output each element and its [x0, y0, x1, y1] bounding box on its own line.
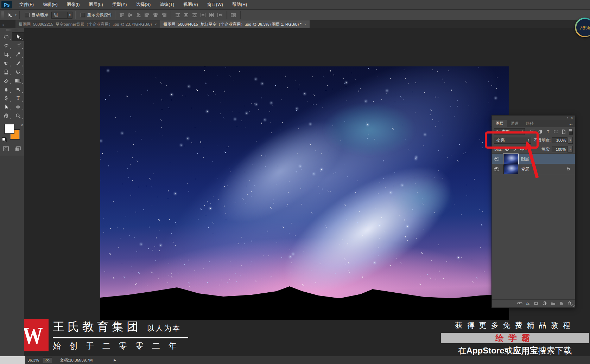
menu-view[interactable]: 视图(V)	[179, 0, 203, 9]
auto-select-checkbox[interactable]	[25, 13, 30, 17]
tool-zoom[interactable]	[12, 111, 24, 120]
tool-magic-wand[interactable]	[12, 41, 24, 50]
tool-type[interactable]: T	[12, 94, 24, 103]
distribute-horizontal-centers-icon[interactable]	[208, 12, 215, 19]
foreground-color-swatch[interactable]	[4, 124, 14, 134]
status-expand-icon[interactable]: ▶	[114, 358, 116, 362]
tool-move[interactable]	[12, 32, 24, 41]
collapse-panel-icon[interactable]: «	[567, 116, 568, 119]
distribute-vertical-centers-icon[interactable]	[182, 12, 190, 19]
filtering-toggle[interactable]	[569, 129, 573, 135]
visibility-cell[interactable]	[492, 164, 501, 174]
swap-colors-icon[interactable]: ⇄	[20, 123, 23, 126]
panel-resize-grip[interactable]	[571, 304, 575, 307]
layer-name[interactable]: 图层 1	[521, 156, 532, 162]
tab-layers[interactable]: 图层	[492, 120, 507, 127]
screen-mode-icon[interactable]	[15, 146, 21, 153]
tool-eraser[interactable]	[0, 76, 12, 85]
tool-spot-healing-brush[interactable]	[0, 59, 12, 67]
tool-lasso[interactable]	[0, 41, 12, 50]
menu-file[interactable]: 文件(F)	[15, 0, 38, 9]
document-tab-2[interactable]: 摄图网_500644615_梦幻星空（非企业商用）.jpg @ 36.3% (图…	[160, 20, 309, 28]
opacity-dropdown-icon[interactable]: ▼	[568, 137, 573, 144]
panel-menu-icon[interactable]: ▾≡	[569, 123, 575, 127]
add-mask-icon[interactable]	[533, 301, 539, 306]
layer1-thumbnail[interactable]	[503, 154, 518, 164]
tool-pen[interactable]	[0, 94, 12, 103]
tool-dodge[interactable]	[12, 85, 24, 94]
tool-gradient[interactable]	[12, 76, 24, 85]
lock-position-icon[interactable]	[519, 147, 525, 152]
align-bottom-edges-icon[interactable]	[135, 12, 142, 19]
layer-name[interactable]: 背景	[521, 167, 529, 172]
auto-align-layers-icon[interactable]	[230, 12, 237, 19]
auto-select-dropdown[interactable]: 组 ▲▼	[51, 12, 72, 19]
status-gear-icon[interactable]	[43, 357, 52, 363]
lock-transparent-pixels-icon[interactable]	[504, 147, 510, 152]
menu-edit[interactable]: 编辑(E)	[38, 0, 62, 9]
toolbar-grip[interactable]	[6, 29, 18, 31]
filter-shape-layers-icon[interactable]	[552, 129, 559, 135]
fill-value[interactable]: 100%	[552, 147, 567, 152]
filter-type-dropdown[interactable]: 类型 ▲▼	[494, 128, 525, 135]
tab-channels[interactable]: 通道	[507, 120, 522, 127]
adjustment-layer-icon[interactable]	[542, 301, 547, 306]
tab-paths[interactable]: 路径	[522, 120, 537, 127]
tool-crop[interactable]	[0, 50, 12, 59]
tool-ellipse-shape[interactable]	[12, 103, 24, 111]
menu-layer[interactable]: 图层(L)	[84, 0, 107, 9]
filter-pixel-layers-icon[interactable]	[529, 129, 536, 135]
new-group-icon[interactable]	[550, 301, 556, 306]
dock-collapse-icon[interactable]: «	[1, 23, 6, 27]
tool-hand[interactable]	[0, 111, 12, 120]
tool-clone-stamp[interactable]	[0, 67, 12, 76]
layer-row-background[interactable]: 背景	[492, 164, 575, 174]
eye-icon[interactable]	[494, 167, 499, 171]
tool-preset-caret-icon[interactable]: ▼	[15, 14, 17, 16]
align-top-edges-icon[interactable]	[118, 12, 126, 19]
align-left-edges-icon[interactable]	[143, 12, 151, 19]
lock-image-pixels-icon[interactable]	[512, 147, 518, 152]
new-layer-icon[interactable]	[559, 301, 564, 306]
opacity-value[interactable]: 100%	[552, 137, 567, 143]
link-layers-icon[interactable]	[517, 301, 523, 306]
document-canvas[interactable]	[100, 66, 509, 320]
filter-adjustment-layers-icon[interactable]	[537, 129, 544, 135]
menu-help[interactable]: 帮助(H)	[228, 0, 252, 9]
menu-filter[interactable]: 滤镜(T)	[155, 0, 179, 9]
filter-smart-objects-icon[interactable]	[560, 129, 567, 135]
document-tab-1[interactable]: 摄图网_500862215_星空banner背景（非企业商用）.jpg @ 23…	[15, 20, 160, 28]
tab-close-icon[interactable]: ×	[155, 22, 157, 26]
options-bar-grip[interactable]	[1, 11, 4, 19]
eye-icon[interactable]	[494, 157, 499, 161]
tool-blur[interactable]	[0, 85, 12, 94]
close-panel-icon[interactable]: ✕	[571, 116, 573, 119]
layer-row-layer1[interactable]: 图层 1	[492, 154, 575, 164]
lock-all-icon[interactable]	[526, 147, 532, 152]
blend-mode-dropdown[interactable]: 变亮 ▲▼	[494, 137, 531, 144]
tab-close-icon[interactable]: ×	[304, 22, 306, 26]
zoom-level-field[interactable]: 36.3%	[27, 358, 43, 362]
align-horizontal-centers-icon[interactable]	[152, 12, 159, 19]
tool-path-selection[interactable]	[0, 103, 12, 111]
align-vertical-centers-icon[interactable]	[126, 12, 134, 19]
menu-select[interactable]: 选择(S)	[131, 0, 155, 9]
tool-brush[interactable]	[12, 59, 24, 67]
move-tool-preset-icon[interactable]	[6, 12, 13, 19]
distribute-left-icon[interactable]	[199, 12, 207, 19]
tool-eyedropper[interactable]	[12, 50, 24, 59]
fill-dropdown-icon[interactable]: ▼	[567, 146, 573, 152]
filter-type-layers-icon[interactable]: T	[545, 129, 552, 135]
stepper-icon[interactable]: ▲▼	[67, 12, 72, 18]
tool-elliptical-marquee[interactable]	[0, 32, 12, 41]
tool-history-brush[interactable]	[12, 67, 24, 76]
visibility-cell[interactable]	[492, 154, 501, 164]
menu-type[interactable]: 类型(Y)	[108, 0, 132, 9]
distribute-top-icon[interactable]	[174, 12, 182, 19]
menu-image[interactable]: 图像(I)	[62, 0, 84, 9]
background-thumbnail[interactable]	[503, 164, 518, 174]
default-colors-icon[interactable]	[2, 137, 7, 142]
align-right-edges-icon[interactable]	[160, 12, 168, 19]
layer-style-icon[interactable]: fx.	[526, 301, 530, 306]
show-transform-checkbox[interactable]	[81, 13, 85, 17]
